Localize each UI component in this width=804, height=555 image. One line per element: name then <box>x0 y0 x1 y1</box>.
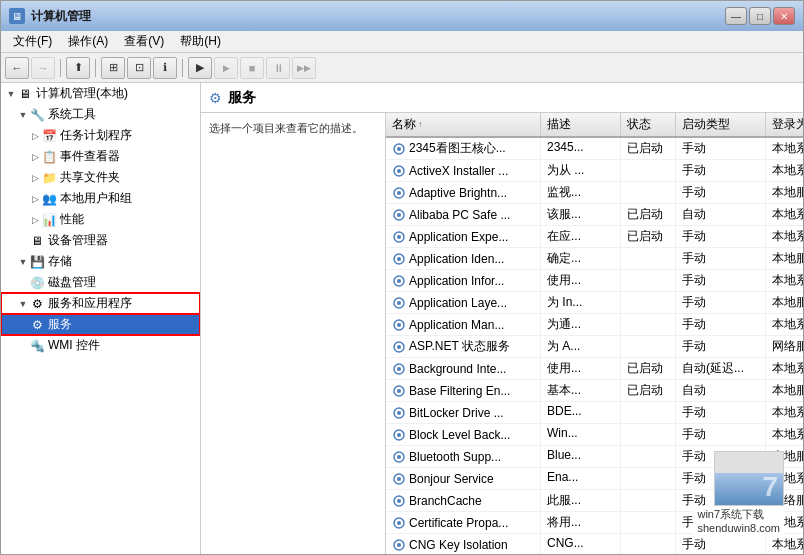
svg-point-35 <box>397 521 401 525</box>
sidebar-item-services[interactable]: ⚙ 服务 <box>1 314 200 335</box>
restart-button[interactable]: ▶▶ <box>292 57 316 79</box>
td-desc: Blue... <box>541 446 621 467</box>
pause-button[interactable]: ⏸ <box>266 57 290 79</box>
td-name: 2345看图王核心... <box>386 138 541 159</box>
sidebar-item-shared-folders[interactable]: ▷ 📁 共享文件夹 <box>1 167 200 188</box>
sidebar-item-services-apps[interactable]: ▼ ⚙ 服务和应用程序 <box>1 293 200 314</box>
table-row[interactable]: Block Level Back... Win... 手动 本地系统 <box>386 424 803 446</box>
td-status <box>621 336 676 357</box>
table-row[interactable]: 2345看图王核心... 2345... 已启动 手动 本地系统 <box>386 138 803 160</box>
td-status: 已启动 <box>621 204 676 225</box>
close-button[interactable]: ✕ <box>773 7 795 25</box>
th-desc[interactable]: 描述 <box>541 113 621 136</box>
start-pause-button[interactable]: ▶ <box>214 57 238 79</box>
show-hide-button[interactable]: ⊞ <box>101 57 125 79</box>
td-login: 本地系统 <box>766 160 803 181</box>
sidebar-label-local-users: 本地用户和组 <box>60 190 132 207</box>
sidebar-item-task-scheduler[interactable]: ▷ 📅 任务计划程序 <box>1 125 200 146</box>
table-row[interactable]: Base Filtering En... 基本... 已启动 自动 本地服务 <box>386 380 803 402</box>
td-status: 已启动 <box>621 380 676 401</box>
th-startup[interactable]: 启动类型 <box>676 113 766 136</box>
td-desc: 基本... <box>541 380 621 401</box>
table-row[interactable]: Application Laye... 为 In... 手动 本地服务 <box>386 292 803 314</box>
sidebar-item-event-viewer[interactable]: ▷ 📋 事件查看器 <box>1 146 200 167</box>
table-row[interactable]: Application Man... 为通... 手动 本地系统 <box>386 314 803 336</box>
start-service-button[interactable]: ▶ <box>188 57 212 79</box>
td-login: 本地系统 <box>766 402 803 423</box>
td-name: Block Level Back... <box>386 424 541 445</box>
sidebar-item-performance[interactable]: ▷ 📊 性能 <box>1 209 200 230</box>
td-login: 本地系统 <box>766 314 803 335</box>
maximize-button[interactable]: □ <box>749 7 771 25</box>
sidebar-item-wmi[interactable]: 🔩 WMI 控件 <box>1 335 200 356</box>
sidebar-item-local-users[interactable]: ▷ 👥 本地用户和组 <box>1 188 200 209</box>
toolbar-sep-1 <box>60 59 61 77</box>
minimize-button[interactable]: — <box>725 7 747 25</box>
table-row[interactable]: Alibaba PC Safe ... 该服... 已启动 自动 本地系统 <box>386 204 803 226</box>
properties-button[interactable]: ⊡ <box>127 57 151 79</box>
table-row[interactable]: Adaptive Brightn... 监视... 手动 本地服务 <box>386 182 803 204</box>
sidebar-item-disk-management[interactable]: 💿 磁盘管理 <box>1 272 200 293</box>
sidebar-item-root[interactable]: ▼ 🖥 计算机管理(本地) <box>1 83 200 104</box>
forward-button[interactable]: → <box>31 57 55 79</box>
sidebar-item-system-tools[interactable]: ▼ 🔧 系统工具 <box>1 104 200 125</box>
expand-icon: ▷ <box>29 151 41 163</box>
table-row[interactable]: BitLocker Drive ... BDE... 手动 本地系统 <box>386 402 803 424</box>
table-row[interactable]: CNG Key Isolation CNG... 手动 本地系统 <box>386 534 803 554</box>
td-startup: 手动 <box>676 138 766 159</box>
th-login[interactable]: 登录为 <box>766 113 803 136</box>
sidebar-item-device-manager[interactable]: 🖥 设备管理器 <box>1 230 200 251</box>
menu-action[interactable]: 操作(A) <box>60 31 116 52</box>
td-desc: 为通... <box>541 314 621 335</box>
table-row[interactable]: ActiveX Installer ... 为从 ... 手动 本地系统 <box>386 160 803 182</box>
td-status <box>621 534 676 554</box>
td-status <box>621 248 676 269</box>
td-desc: 使用... <box>541 358 621 379</box>
perf-icon: 📊 <box>41 212 57 228</box>
menu-view[interactable]: 查看(V) <box>116 31 172 52</box>
table-row[interactable]: Application Iden... 确定... 手动 本地服务 <box>386 248 803 270</box>
expand-icon: ▷ <box>29 130 41 142</box>
service-icon <box>392 538 406 552</box>
table-row[interactable]: ASP.NET 状态服务 为 A... 手动 网络服务 <box>386 336 803 358</box>
td-status <box>621 468 676 489</box>
td-startup: 手动 <box>676 336 766 357</box>
td-startup: 手动 <box>676 402 766 423</box>
th-name[interactable]: 名称 ↑ <box>386 113 541 136</box>
service-name: Alibaba PC Safe ... <box>409 208 510 222</box>
table-header: 名称 ↑ 描述 状态 启动类型 登录为 <box>386 113 803 138</box>
td-status <box>621 292 676 313</box>
td-name: Application Man... <box>386 314 541 335</box>
svg-point-5 <box>397 191 401 195</box>
help-button[interactable]: ℹ <box>153 57 177 79</box>
menu-file[interactable]: 文件(F) <box>5 31 60 52</box>
service-name: ActiveX Installer ... <box>409 164 508 178</box>
td-status <box>621 182 676 203</box>
watermark-image <box>714 451 784 506</box>
td-startup: 手动 <box>676 270 766 291</box>
sidebar-label-services: 服务 <box>48 316 72 333</box>
table-row[interactable]: Application Expe... 在应... 已启动 手动 本地系统 <box>386 226 803 248</box>
stop-button[interactable]: ■ <box>240 57 264 79</box>
services-icon: ⚙ <box>29 317 45 333</box>
service-name: Background Inte... <box>409 362 506 376</box>
menu-help[interactable]: 帮助(H) <box>172 31 229 52</box>
service-icon <box>392 384 406 398</box>
sidebar-item-storage[interactable]: ▼ 💾 存储 <box>1 251 200 272</box>
service-icon <box>392 516 406 530</box>
up-button[interactable]: ⬆ <box>66 57 90 79</box>
services-header-title: 服务 <box>228 89 256 107</box>
watermark-os: win7系统下载 <box>697 508 764 520</box>
service-name: Application Man... <box>409 318 504 332</box>
svg-point-31 <box>397 477 401 481</box>
table-row[interactable]: Application Infor... 使用... 手动 本地系统 <box>386 270 803 292</box>
td-startup: 手动 <box>676 226 766 247</box>
back-button[interactable]: ← <box>5 57 29 79</box>
th-status[interactable]: 状态 <box>621 113 676 136</box>
table-row[interactable]: Background Inte... 使用... 已启动 自动(延迟... 本地… <box>386 358 803 380</box>
td-status <box>621 314 676 335</box>
svg-point-15 <box>397 301 401 305</box>
sidebar-label-shared-folders: 共享文件夹 <box>60 169 120 186</box>
td-status <box>621 402 676 423</box>
svg-point-33 <box>397 499 401 503</box>
